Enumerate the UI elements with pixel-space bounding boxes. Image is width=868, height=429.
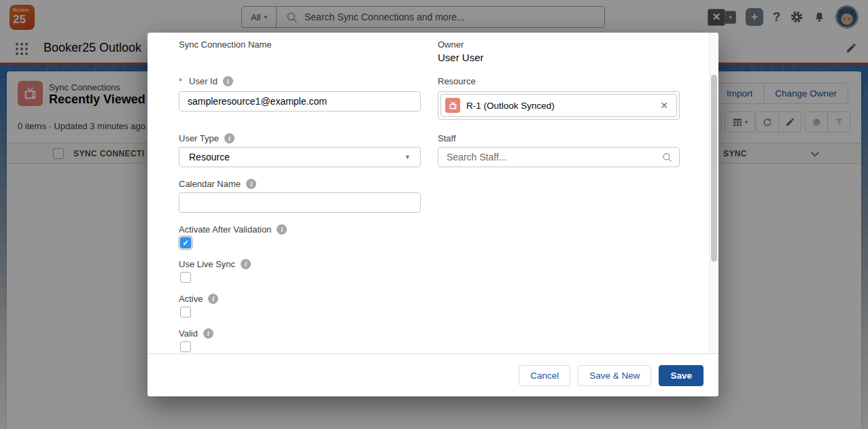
sync-connection-name-label: Sync Connection Name [179,39,272,50]
staff-label-text: Staff [438,133,456,143]
cancel-button[interactable]: Cancel [519,365,570,386]
resource-pill-text: R-1 (Outlook Synced) [466,101,654,111]
activate-after-validation-checkbox[interactable]: ✓ [180,237,191,248]
screen: Booker 25 All ▾ ✕ ▾ + ? [0,0,868,429]
info-icon[interactable]: i [203,328,213,339]
owner-label-text: Owner [438,39,464,50]
checkbox-label-text: Active [179,294,203,304]
user-type-select[interactable]: Resource ▼ [179,147,421,167]
info-icon[interactable]: i [246,179,256,189]
resource-lookup-field: R-1 (Outlook Synced) ✕ [438,91,680,120]
new-sync-connection-modal: Sync Connection Name Owner User User * U… [147,33,718,396]
resource-record-icon [445,98,460,113]
user-type-label-text: User Type [179,133,219,143]
modal-content: Sync Connection Name Owner User User * U… [147,33,709,354]
user-type-label: User Type i [179,133,235,143]
active-label: Active i [179,294,218,304]
valid-label: Valid i [179,328,213,339]
search-icon [662,152,672,162]
required-asterisk: * [179,76,182,86]
staff-search-input[interactable] [438,152,662,162]
owner-label: Owner [438,39,464,50]
check-icon: ✓ [181,238,190,247]
use-live-sync-checkbox[interactable]: ✓ [180,272,191,283]
info-icon[interactable]: i [241,259,251,269]
remove-pill-x-icon[interactable]: ✕ [660,100,668,111]
user-id-label: * User Id i [179,76,233,86]
calendar-name-input[interactable] [179,192,421,213]
calendar-name-label: Calendar Name i [179,179,256,189]
modal-scrollbar-track[interactable] [709,33,718,354]
use-live-sync-label: Use Live Sync i [179,259,251,269]
owner-value: User User [438,52,484,63]
select-caret-icon: ▼ [404,154,411,160]
field-sync-connection-name: Sync Connection Name [179,39,272,50]
staff-label: Staff [438,133,456,143]
checkbox-label-text: Activate After Validation [179,224,271,235]
user-id-label-text: User Id [189,76,218,86]
calendar-name-label-text: Calendar Name [179,179,241,189]
modal-scrollbar-thumb[interactable] [711,75,717,262]
activate-after-validation-label: Activate After Validation i [179,224,287,235]
info-icon[interactable]: i [208,294,218,304]
user-type-value: Resource [189,152,230,162]
active-checkbox[interactable]: ✓ [180,307,191,318]
save-and-new-button[interactable]: Save & New [578,365,651,386]
info-icon[interactable]: i [224,133,235,143]
info-icon[interactable]: i [277,224,287,235]
info-icon[interactable]: i [223,76,233,86]
staff-search-field [438,147,680,167]
user-id-input[interactable] [179,91,421,111]
save-button[interactable]: Save [659,365,704,386]
resource-label: Resource [438,76,476,86]
valid-checkbox[interactable]: ✓ [180,341,191,352]
checkbox-label-text: Use Live Sync [179,259,235,269]
resource-label-text: Resource [438,76,476,86]
checkbox-label-text: Valid [179,328,198,339]
modal-footer: Cancel Save & New Save [147,354,718,396]
resource-pill[interactable]: R-1 (Outlook Synced) ✕ [440,94,677,117]
